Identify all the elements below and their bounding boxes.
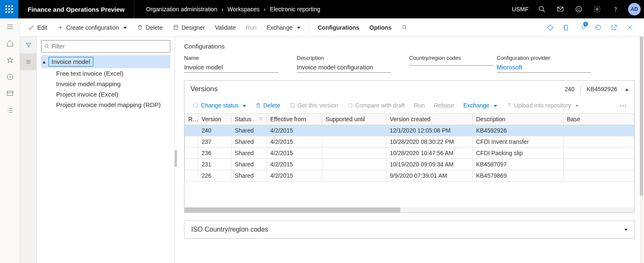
exchange-button[interactable]: Exchange — [262, 22, 305, 33]
table-cell[interactable]: 231 — [198, 159, 231, 170]
table-cell[interactable] — [185, 159, 198, 170]
table-cell[interactable]: 10/28/2020 10:47:56 AM — [386, 148, 472, 159]
table-cell[interactable]: CFDI Packing slip — [472, 148, 563, 159]
options-button[interactable]: Options — [365, 22, 396, 33]
tree-filter-input[interactable] — [51, 43, 167, 50]
horizontal-scrollbar[interactable] — [185, 207, 634, 212]
recent-icon[interactable] — [0, 69, 20, 85]
tree-item[interactable]: Project invoice (Excel) — [41, 89, 170, 100]
table-row[interactable]: 231Shared4/2/201510/19/2020 09:09:34 AMK… — [185, 159, 634, 170]
user-avatar[interactable]: AD — [628, 3, 641, 15]
create-configuration-button[interactable]: Create configuration — [53, 22, 131, 33]
tree-filter[interactable] — [41, 40, 170, 53]
table-cell[interactable]: 12/1/2020 12:05:08 PM — [386, 125, 472, 136]
column-header[interactable]: Version — [198, 114, 231, 125]
column-header[interactable]: Status — [231, 114, 267, 125]
hamburger-icon[interactable] — [0, 18, 20, 35]
waffle-menu[interactable] — [0, 0, 18, 18]
table-cell[interactable] — [185, 125, 198, 136]
table-cell[interactable]: 240 — [198, 125, 231, 136]
column-header[interactable]: Supported until — [322, 114, 386, 125]
table-cell[interactable] — [563, 148, 634, 159]
tree-root[interactable]: ▲ Invoice model — [41, 55, 170, 68]
feedback-icon[interactable] — [570, 0, 588, 18]
table-row[interactable]: 236Shared4/2/201510/28/2020 10:47:56 AMC… — [185, 148, 634, 159]
table-cell[interactable] — [185, 136, 198, 148]
table-cell[interactable] — [322, 136, 386, 148]
modules-icon[interactable] — [0, 102, 20, 119]
name-value[interactable]: Invoice model — [184, 62, 278, 73]
table-cell[interactable]: 9/9/2020 07:39:01 AM — [386, 170, 472, 181]
table-row[interactable]: 237Shared4/2/201510/28/2020 08:30:22 PMC… — [185, 136, 634, 148]
refresh-icon[interactable] — [591, 21, 605, 34]
table-row[interactable]: 226Shared4/2/20159/9/2020 07:39:01 AMKB4… — [185, 170, 634, 181]
table-cell[interactable]: Shared — [231, 148, 267, 159]
favorite-icon[interactable] — [0, 52, 20, 69]
table-cell[interactable]: KB4579869 — [472, 170, 563, 181]
table-cell[interactable]: 237 — [198, 136, 231, 148]
table-row[interactable]: 240Shared4/2/201512/1/2020 12:05:08 PMKB… — [185, 125, 634, 136]
workspaces-icon[interactable] — [0, 85, 20, 102]
table-cell[interactable] — [185, 148, 198, 159]
search-icon[interactable] — [533, 0, 551, 18]
find-button[interactable] — [398, 22, 412, 33]
validate-button[interactable]: Validate — [211, 22, 240, 33]
breadcrumb-item[interactable]: Workspaces — [228, 6, 260, 13]
column-header[interactable]: Version created — [386, 114, 472, 125]
column-header[interactable]: Effective from — [267, 114, 322, 125]
popout-icon[interactable] — [607, 21, 621, 34]
table-cell[interactable]: 4/2/2015 — [267, 136, 322, 148]
table-cell[interactable] — [322, 125, 386, 136]
designer-button[interactable]: Designer — [169, 22, 209, 33]
configurations-button[interactable]: Configurations — [313, 22, 364, 33]
messages-icon[interactable] — [551, 0, 570, 18]
breadcrumb-item[interactable]: Organization administration — [146, 6, 217, 13]
table-cell[interactable]: 10/28/2020 08:30:22 PM — [386, 136, 472, 148]
description-value[interactable]: Invoice model configuration — [297, 62, 391, 73]
filter-icon[interactable] — [259, 116, 263, 123]
breadcrumb-item[interactable]: Electronic reporting — [270, 6, 321, 13]
table-cell[interactable]: 236 — [198, 148, 231, 159]
table-cell[interactable] — [322, 148, 386, 159]
settings-icon[interactable] — [588, 0, 606, 18]
table-cell[interactable] — [322, 159, 386, 170]
help-icon[interactable] — [606, 0, 625, 18]
version-exchange-button[interactable]: Exchange — [459, 100, 500, 111]
table-cell[interactable]: CFDI Invent transfer — [472, 136, 563, 148]
table-cell[interactable]: Shared — [231, 136, 267, 148]
table-cell[interactable] — [563, 170, 634, 181]
column-header[interactable]: Description — [472, 114, 563, 125]
edit-button[interactable]: Edit — [24, 22, 51, 33]
table-cell[interactable]: 4/2/2015 — [267, 125, 322, 136]
table-cell[interactable] — [563, 136, 634, 148]
table-cell[interactable]: Shared — [231, 170, 267, 181]
table-cell[interactable]: 4/2/2015 — [267, 148, 322, 159]
caret-down-icon[interactable]: ▲ — [42, 59, 46, 64]
diamond-icon[interactable] — [544, 21, 557, 34]
table-cell[interactable]: 4/2/2015 — [267, 170, 322, 181]
country-value[interactable] — [409, 62, 493, 66]
collapse-toggle[interactable] — [623, 86, 629, 92]
table-cell[interactable]: 4/2/2015 — [267, 159, 322, 170]
close-icon[interactable] — [623, 21, 636, 34]
more-actions-icon[interactable]: ⋯ — [616, 101, 630, 110]
table-cell[interactable] — [563, 159, 634, 170]
tree-item[interactable]: Free text invoice (Excel) — [41, 68, 170, 79]
iso-section-header[interactable]: ISO Country/region codes — [185, 221, 634, 238]
lines-icon[interactable] — [20, 54, 37, 70]
column-header[interactable]: Base — [563, 114, 634, 125]
table-cell[interactable] — [322, 170, 386, 181]
delete-button[interactable]: Delete — [133, 22, 167, 33]
table-cell[interactable]: 10/19/2020 09:09:34 AM — [386, 159, 472, 170]
home-icon[interactable] — [0, 35, 20, 52]
tree-item[interactable]: Invoice model mapping — [41, 79, 170, 89]
change-status-button[interactable]: Change status — [189, 100, 250, 111]
attachments-icon[interactable]: 0 — [575, 21, 589, 34]
table-cell[interactable]: KB4592926 — [472, 125, 563, 136]
version-delete-button[interactable]: Delete — [251, 100, 284, 111]
table-cell[interactable]: Shared — [231, 125, 267, 136]
funnel-icon[interactable] — [20, 37, 37, 54]
column-header[interactable]: R... — [185, 114, 198, 125]
table-cell[interactable]: 226 — [198, 170, 231, 181]
table-cell[interactable] — [185, 170, 198, 181]
